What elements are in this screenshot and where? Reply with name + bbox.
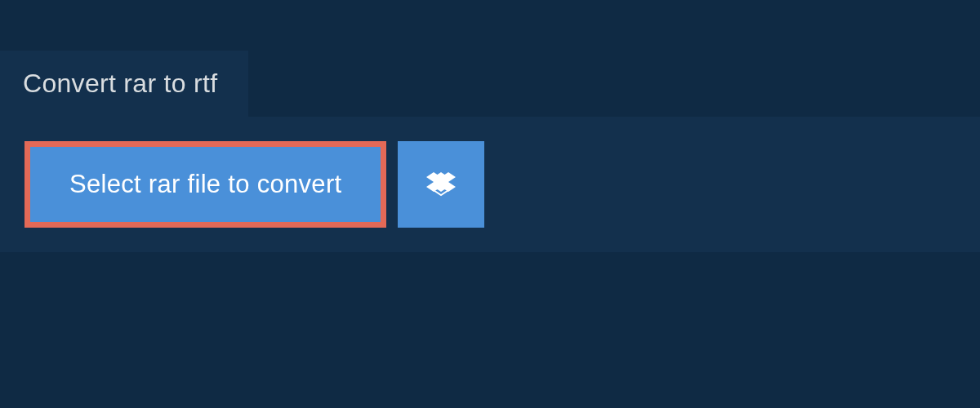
main-panel: Select rar file to convert xyxy=(0,117,980,252)
button-row: Select rar file to convert xyxy=(24,141,956,228)
dropbox-icon xyxy=(426,170,456,199)
select-file-label: Select rar file to convert xyxy=(69,170,341,199)
tab-title: Convert rar to rtf xyxy=(23,69,217,98)
dropbox-button[interactable] xyxy=(398,141,484,228)
tab-header: Convert rar to rtf xyxy=(0,51,248,117)
select-file-button[interactable]: Select rar file to convert xyxy=(24,141,386,228)
